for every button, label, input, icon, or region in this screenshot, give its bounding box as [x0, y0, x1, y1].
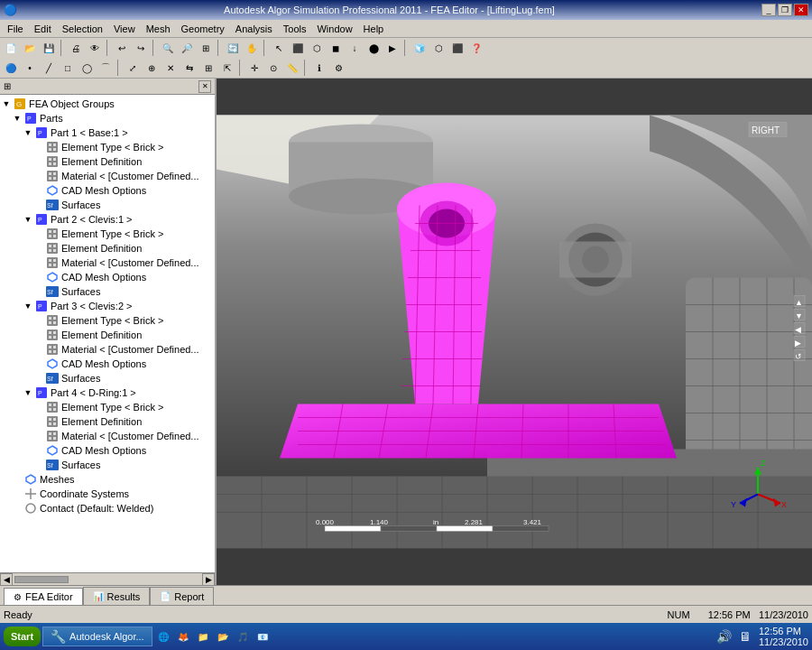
tree-item-part1[interactable]: ▼PPart 1 < Base:1 >: [0, 125, 215, 140]
tb2-btn4[interactable]: □: [59, 60, 77, 76]
analyze-button[interactable]: ▶: [383, 40, 401, 56]
menu-file[interactable]: File: [2, 23, 29, 35]
tray-network[interactable]: 🖥: [739, 629, 752, 644]
tree-item-p2-surfaces[interactable]: SfSurfaces: [0, 284, 215, 299]
tb2-btn5[interactable]: ◯: [78, 60, 96, 76]
move-button[interactable]: ⤢: [124, 60, 142, 76]
tree-item-p3-elemdef[interactable]: Element Definition: [0, 328, 215, 342]
tree-item-p3-material[interactable]: Material < [Customer Defined...: [0, 342, 215, 357]
tree-item-p2-elemdef[interactable]: Element Definition: [0, 241, 215, 255]
hscroll-left-arrow[interactable]: ◀: [0, 573, 13, 586]
tree-container[interactable]: ▼GFEA Object Groups▼PParts▼PPart 1 < Bas…: [0, 95, 215, 572]
zoom-in-button[interactable]: 🔍: [159, 40, 177, 56]
scale-btn2[interactable]: ⇱: [218, 60, 236, 76]
undo-button[interactable]: ↩: [113, 40, 131, 56]
tree-item-p3-surfaces[interactable]: SfSurfaces: [0, 371, 215, 385]
tb2-btn2[interactable]: •: [21, 60, 39, 76]
taskbar-media[interactable]: 🎵: [234, 628, 252, 645]
prop-button[interactable]: ℹ: [310, 60, 328, 76]
tree-item-p1-material[interactable]: Material < [Customer Defined...: [0, 169, 215, 183]
print-button[interactable]: 🖨: [67, 40, 85, 56]
menu-selection[interactable]: Selection: [57, 23, 108, 35]
tree-item-p2-material[interactable]: Material < [Customer Defined...: [0, 255, 215, 270]
tree-item-p1-surfaces[interactable]: SfSurfaces: [0, 198, 215, 212]
open-button[interactable]: 📂: [21, 40, 39, 56]
mirror-button[interactable]: ⇆: [180, 60, 198, 76]
tree-item-p1-elemdef[interactable]: Element Definition: [0, 154, 215, 169]
tree-item-contact[interactable]: Contact (Default: Welded): [0, 501, 215, 515]
tree-item-p4-elemdef[interactable]: Element Definition: [0, 414, 215, 429]
menu-view[interactable]: View: [108, 23, 141, 35]
tray-sound[interactable]: 🔊: [716, 629, 732, 644]
hscroll-bar[interactable]: [13, 574, 202, 585]
tree-item-p4-material[interactable]: Material < [Customer Defined...: [0, 429, 215, 443]
rotate-button[interactable]: 🔄: [224, 40, 242, 56]
taskbar-algor[interactable]: 🔧 Autodesk Algor...: [42, 627, 152, 646]
hscroll-right-arrow[interactable]: ▶: [202, 573, 215, 586]
hscroll-thumb[interactable]: [14, 576, 69, 583]
snap-button[interactable]: ⊙: [264, 60, 282, 76]
bc-button[interactable]: ⬤: [364, 40, 383, 56]
preview-button[interactable]: 👁: [86, 40, 104, 56]
tree-item-p4-surfaces[interactable]: SfSurfaces: [0, 458, 215, 472]
coord-button[interactable]: ✛: [245, 60, 263, 76]
select-button[interactable]: ↖: [270, 40, 288, 56]
tree-item-part4[interactable]: ▼PPart 4 < D-Ring:1 >: [0, 385, 215, 400]
minimize-button[interactable]: _: [761, 4, 776, 16]
view3d-button[interactable]: 🧊: [411, 40, 429, 56]
select-node-button[interactable]: ⬛: [289, 40, 307, 56]
panel-close-button[interactable]: ✕: [198, 80, 211, 93]
tree-item-root[interactable]: ▼GFEA Object Groups: [0, 97, 215, 111]
tree-item-p1-elemtype[interactable]: Element Type < Brick >: [0, 140, 215, 154]
tree-item-p4-elemtype[interactable]: Element Type < Brick >: [0, 400, 215, 414]
tab-results[interactable]: 📊 Results: [83, 587, 151, 605]
tree-hscroll[interactable]: ◀ ▶: [0, 572, 215, 585]
taskbar-email[interactable]: 📧: [254, 628, 272, 645]
restore-button[interactable]: ❐: [778, 4, 792, 16]
load-button[interactable]: ↓: [346, 40, 364, 56]
tree-item-part2[interactable]: ▼PPart 2 < Clevis:1 >: [0, 212, 215, 227]
pan-button[interactable]: ✋: [243, 40, 261, 56]
tree-item-coord[interactable]: Coordinate Systems: [0, 487, 215, 501]
delete-button[interactable]: ✕: [161, 60, 180, 76]
viewport[interactable]: 0.000 1.140 in 2.281 3.421 Z X: [217, 79, 812, 585]
taskbar-firefox[interactable]: 🦊: [174, 628, 192, 645]
tree-item-meshes[interactable]: Meshes: [0, 472, 215, 487]
shaded-button[interactable]: ⬛: [448, 40, 466, 56]
tb2-btn6[interactable]: ⌒: [97, 60, 115, 76]
tree-item-p1-cadmesh[interactable]: CAD Mesh Options: [0, 183, 215, 198]
setting-button[interactable]: ⚙: [329, 60, 347, 76]
tree-item-p2-cadmesh[interactable]: CAD Mesh Options: [0, 270, 215, 284]
tree-item-p3-elemtype[interactable]: Element Type < Brick >: [0, 313, 215, 328]
material-button[interactable]: ◼: [327, 40, 345, 56]
tree-item-part3[interactable]: ▼PPart 3 < Clevis:2 >: [0, 299, 215, 313]
tree-item-p2-elemtype[interactable]: Element Type < Brick >: [0, 227, 215, 241]
array-button[interactable]: ⊞: [199, 60, 217, 76]
zoom-out-button[interactable]: 🔎: [178, 40, 196, 56]
menu-mesh[interactable]: Mesh: [141, 23, 176, 35]
3d-scene[interactable]: 0.000 1.140 in 2.281 3.421 Z X: [217, 79, 812, 585]
taskbar-ie[interactable]: 🌐: [154, 628, 172, 645]
mesh-button[interactable]: ⬡: [308, 40, 326, 56]
menu-window[interactable]: Window: [311, 23, 357, 35]
tree-item-p4-cadmesh[interactable]: CAD Mesh Options: [0, 443, 215, 458]
menu-geometry[interactable]: Geometry: [176, 23, 230, 35]
copy-button[interactable]: ⊕: [143, 60, 161, 76]
close-button[interactable]: ✕: [794, 4, 808, 16]
menu-tools[interactable]: Tools: [278, 23, 312, 35]
new-button[interactable]: 📄: [2, 40, 20, 56]
menu-analysis[interactable]: Analysis: [230, 23, 278, 35]
fit-button[interactable]: ⊞: [197, 40, 215, 56]
measure-button[interactable]: 📏: [283, 60, 301, 76]
taskbar-folder2[interactable]: 📂: [214, 628, 232, 645]
save-button[interactable]: 💾: [40, 40, 58, 56]
menu-edit[interactable]: Edit: [29, 23, 57, 35]
tree-item-parts[interactable]: ▼PParts: [0, 111, 215, 125]
tree-item-p3-cadmesh[interactable]: CAD Mesh Options: [0, 357, 215, 371]
menu-help[interactable]: Help: [358, 23, 390, 35]
redo-button[interactable]: ↪: [132, 40, 150, 56]
taskbar-folder[interactable]: 📁: [194, 628, 212, 645]
wireframe-button[interactable]: ⬡: [429, 40, 448, 56]
tab-report[interactable]: 📄 Report: [150, 587, 214, 605]
tab-fea-editor[interactable]: ⚙ FEA Editor: [4, 588, 83, 606]
